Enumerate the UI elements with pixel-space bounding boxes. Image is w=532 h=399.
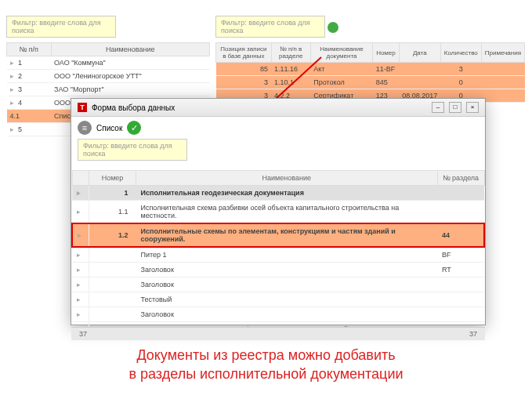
list-item[interactable]: ▸ЗаголовокRT [72, 263, 484, 277]
list-item[interactable]: ▸Питер 1BF [72, 247, 484, 263]
ok-tool-icon[interactable]: ✓ [127, 121, 141, 135]
table-row[interactable]: ▸ 1ОАО "Коммуна" [7, 56, 210, 70]
list-item[interactable]: ▸Заголовок [72, 307, 484, 322]
maximize-button[interactable]: □ [449, 102, 461, 113]
filter-right[interactable]: Фильтр: введите слова для поиска [215, 16, 325, 38]
dialog-table: Номер Наименование № раздела ▸1Исполните… [71, 170, 485, 327]
table-row[interactable]: 31.10.1Протокол8450 [216, 76, 525, 89]
caption-line1: Документы из реестра можно добавить [0, 346, 532, 365]
add-icon[interactable] [328, 22, 338, 33]
list-tool-icon[interactable]: ≡ [78, 121, 92, 135]
dcol-num: Номер [89, 171, 136, 186]
footer-right: 37 [469, 330, 477, 338]
table-row[interactable]: 851.11.16Акт11-BF3 [216, 63, 525, 76]
col-np: № п/п [7, 43, 52, 56]
dcol-name: Наименование [136, 171, 438, 186]
dialog-title-text: Форма выбора данных [92, 103, 175, 112]
right-header: Позиция записи в базе данных№ п/п в разд… [216, 43, 525, 63]
dialog-titlebar: T Форма выбора данных – □ × [71, 99, 485, 117]
app-icon: T [78, 103, 87, 112]
right-table: Позиция записи в базе данных№ п/п в разд… [215, 42, 525, 103]
table-row[interactable]: ▸ 3ЗАО "Морпорт" [7, 83, 210, 96]
list-label: Список [96, 124, 122, 132]
list-item[interactable]: ▸1Исполнительная геодезическая документа… [72, 186, 484, 201]
dcol-sec: № раздела [437, 171, 484, 186]
caption-line2: в разделы исполнительной документации [0, 365, 532, 383]
dialog-filter[interactable]: Фильтр: введите слова для поиска [78, 139, 187, 161]
table-row[interactable]: ▸ 2ООО "Лениногорское УТТ" [7, 70, 210, 83]
footer-left: 37 [79, 330, 87, 338]
list-item[interactable]: ▸1.1Исполнительная схема разбивки осей о… [72, 201, 484, 224]
right-panel: Фильтр: введите слова для поиска Позиция… [215, 16, 525, 103]
minimize-button[interactable]: – [432, 102, 444, 113]
list-item[interactable]: ▸Тестовый [72, 292, 484, 307]
list-item[interactable]: ▸1.2Исполнительные схемы по элементам, к… [72, 223, 484, 247]
col-name: Наименование [51, 43, 209, 56]
close-button[interactable]: × [466, 102, 479, 113]
slide-caption: Документы из реестра можно добавить в ра… [0, 346, 532, 383]
dialog-footer: 37 37 [71, 327, 485, 340]
selection-dialog: T Форма выбора данных – □ × ≡ Список ✓ Ф… [71, 98, 486, 325]
list-item[interactable]: ▸Заголовок [72, 277, 484, 292]
dialog-toolbar: ≡ Список ✓ [71, 117, 485, 139]
filter-left[interactable]: Фильтр: введите слова для поиска [6, 16, 116, 38]
